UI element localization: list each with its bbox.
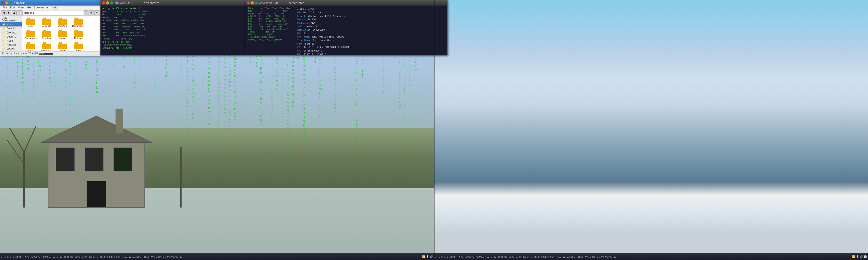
file-item[interactable]: Copy [23, 16, 38, 28]
screenfetch-title: erik@erik-P50 — ~ — screenfetch [259, 1, 304, 5]
matrix-column: ケ c セ G 3 A j H 5 M ヌ O K ト k E r J ヘ W … [282, 55, 284, 128]
file-label: Copy old [42, 25, 51, 28]
menu-help[interactable]: Help [50, 6, 59, 9]
svg-rect-1 [0, 188, 434, 253]
file-item[interactable]: Pictures [71, 29, 86, 41]
address-bar[interactable] [23, 10, 83, 15]
menu-bookmarks[interactable]: Bookmarks [32, 6, 50, 9]
svg-rect-5 [56, 147, 75, 172]
back-button[interactable]: ◀ [1, 10, 6, 15]
view-icons-button[interactable]: ⊞ [89, 10, 94, 15]
matrix-rain-overlay: 8 } コ j k オ ] t } 2 S O 2 ア ウ 0 C m \ ナ … [0, 55, 434, 253]
reload-button[interactable]: ↺ [17, 10, 22, 15]
svg-line-11 [24, 126, 36, 152]
menu-view[interactable]: View [17, 6, 26, 9]
matrix-column: n ネ l 1 ホ R u ウ g / B S } ウ [33, 55, 36, 100]
terminal-line: dddddHh dHH -hHMHh: oNMHh: dH/ [102, 19, 243, 22]
matrix-column: Q H 6 Q W j } W 5 オ X V e タ F [276, 55, 279, 91]
file-manager-menu: File Edit View Go Bookmarks Help [0, 5, 100, 10]
matrix-column: j ニ 4 } E t l / ア l ア F f e m J 9 i i 1 … [181, 55, 183, 82]
close-button[interactable]: × [1, 1, 5, 5]
sidebar-item-documents[interactable]: 📁 Docum... [0, 35, 22, 39]
sidebar-item-icons[interactable]: 📁 icons [0, 23, 22, 27]
screenfetch-content: MHc+ /////////////////////dds+. MHd /++ … [245, 5, 447, 55]
sidebar-item-pictures[interactable]: 📁 Pictures [0, 43, 22, 47]
screenfetch-minimize-button[interactable]: − [250, 1, 254, 5]
matrix-column: / オ K i D ト P j ヘ G L A T 2 9 B W ヘ o サ … [224, 55, 227, 124]
svg-rect-4 [116, 109, 123, 133]
network-icon: 📶 [422, 255, 425, 258]
file-item[interactable]: Public [23, 41, 38, 51]
sidebar-item-videos[interactable]: 📁 Videos [0, 47, 22, 51]
matrix-column: D ウ E ソ j タ M p イ R B f キ e T ヒ O ノ r 0 … [314, 55, 317, 65]
sidebar-item-dropbox[interactable]: 📁 Dropbox [0, 31, 22, 35]
screenfetch-maximize-button[interactable]: □ [254, 1, 258, 5]
file-manager-title: homerik [14, 1, 99, 5]
svg-rect-7 [113, 147, 133, 172]
file-item[interactable]: Music [55, 29, 70, 41]
screenfetch-close-button[interactable]: × [247, 1, 250, 5]
sidebar-item-music[interactable]: 📁 Music [0, 39, 22, 43]
file-item[interactable]: Desktop [55, 16, 70, 28]
matrix-column: カ v オ 1 2 D 0 x n E T ナ A t N ツ テ r s i [208, 55, 211, 130]
terminal-line: .ydhHHHHHHHHHHHHHHHHHy/ [102, 43, 243, 46]
file-label: Music [59, 37, 66, 40]
taskbar-status-left: CPU 8.2 Xorg : CPU +39.0°C KERNEL 4.2.0-… [4, 255, 182, 258]
menu-go[interactable]: Go [26, 6, 32, 9]
ascii-line: NHs .dHH ydddhdddddddddddy/ [247, 28, 296, 31]
file-item[interactable]: Upload [55, 41, 70, 51]
file-item[interactable]: Templates [39, 41, 54, 51]
svg-rect-6 [84, 147, 104, 172]
taskbar-left: 1 CPU 8.2 Xorg : CPU +39.0°C KERNEL 4.2.… [0, 253, 434, 260]
maximize-button[interactable]: □ [9, 1, 12, 5]
search-button[interactable]: 🔍 [84, 10, 89, 15]
file-label: Downloads [25, 37, 36, 40]
terminal-content[interactable]: erik@erik-P50 ~ $ screenfetchMHc+ //////… [100, 5, 245, 55]
file-label: Pictures [74, 37, 83, 40]
folder-icon [58, 17, 67, 25]
matrix-column: p セ b 3 ソ x k コ ] カ 8 5 ナ o k ト カ C カ O … [165, 55, 168, 83]
file-manager-toolbar: ◀ ▶ ▲ ↺ 🔍 ⊞ ≡ [0, 10, 100, 16]
ascii-line: NMm dHH .NMm. .NMm. dH/ [247, 18, 296, 21]
terminal-line: NMm dHH .mmd. .mmd. dH/ [102, 28, 243, 31]
ascii-line: MHso/ dHH .::-. -::- hMN: [247, 13, 296, 15]
file-item[interactable]: Copy old [39, 16, 54, 28]
forward-button[interactable]: ▶ [6, 10, 11, 15]
terminal-line: erik@erik-P50 ~ $ screenfetch [102, 7, 243, 10]
battery-icon: 🔋 [426, 255, 429, 258]
file-item[interactable]: Dropbox [39, 29, 54, 41]
sidebar: ▾ My Computer 📁 icons 📁 Downlo... 📁 Drop… [0, 16, 22, 51]
terminal-titlebar: × − □ erik@erik-P50 — ~ — screenfetch [100, 0, 245, 5]
up-button[interactable]: ▲ [12, 10, 17, 15]
file-item[interactable]: Downloads [23, 29, 38, 41]
matrix-column: セ p ウ U 0 ヘ t エ g シ セ Y x j 3 イ z ク x l … [75, 55, 78, 129]
file-manager-content: ▾ My Computer 📁 icons 📁 Downlo... 📁 Drop… [0, 16, 100, 51]
terminal-maximize-button[interactable]: □ [110, 1, 113, 5]
matrix-column: ク | \ n ハ O コ カ タ Y { 8 ア [409, 55, 411, 87]
menu-edit[interactable]: Edit [8, 6, 17, 9]
svg-rect-0 [0, 56, 434, 128]
taskbar-widgets-right: 📶 🔋 🔊 🕐 [852, 255, 867, 258]
matrix-column: / a ウ J ト [ 6 h チ P 1 ノ ホ ナ P e ク T c n … [186, 55, 189, 160]
terminal-line: MHso/ dHH .::-. -::- hMN: [102, 16, 243, 19]
terminal-minimize-button[interactable]: − [106, 1, 109, 5]
menu-file[interactable]: File [1, 6, 8, 9]
view-list-button[interactable]: ≡ [94, 10, 99, 15]
folder-icon [26, 30, 35, 37]
folder-icon [58, 42, 67, 49]
left-bg-image [0, 56, 434, 253]
matrix-column: キ V x g Y L t ネ 5 イ l H G ヒ Q ニ ニ 3 w L … [69, 55, 72, 106]
matrix-column: q ニ P X セ d A b 7 [ | [250, 55, 252, 64]
terminal-line: NMm dHH +HHHHo +HHHHo dH/ [102, 25, 243, 28]
file-item[interactable]: Documents [71, 16, 86, 28]
matrix-column: テ s 0 ウ ニ b フ ツ w [138, 55, 142, 72]
matrix-column: ツ T I ソ シ m H ネ o A ウ E チ T G } b 9 O G … [154, 55, 157, 96]
terminal-close-button[interactable]: × [102, 1, 105, 5]
terminal-line: -dHNs/-------:sdds dH/ [102, 37, 243, 40]
ascii-line: /dHHH//////////////////yHHHHy/ [247, 39, 296, 41]
terminal-window-controls: × − □ [102, 1, 113, 5]
sidebar-item-downloads[interactable]: 📁 Downlo... [0, 27, 22, 31]
minimize-button[interactable]: − [5, 1, 8, 5]
file-item[interactable]: Videos [71, 41, 86, 51]
system-tray-right: 📶 🔋 🔊 🕐 [852, 255, 867, 258]
